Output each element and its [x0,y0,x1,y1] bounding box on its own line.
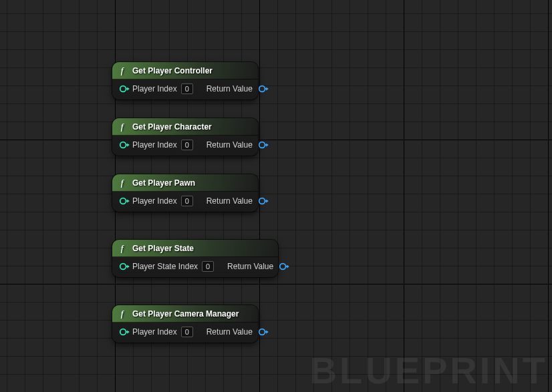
output-pin-row[interactable]: Return Value [206,84,267,93]
input-pin-row[interactable]: Player Index 0 [119,196,193,206]
svg-point-21 [120,329,126,335]
svg-point-23 [259,329,265,335]
node-header[interactable]: f Get Player State [112,240,278,257]
svg-point-16 [120,264,126,270]
node-header[interactable]: f Get Player Controller [112,62,258,79]
function-icon: f [119,244,128,253]
svg-point-8 [259,142,265,148]
svg-marker-22 [127,330,130,333]
output-pin-label: Return Value [206,140,253,150]
input-pin-row[interactable]: Player Index 0 [119,140,193,150]
output-pin-row[interactable]: Return Value [206,196,267,206]
node-title: Get Player Controller [132,66,213,75]
svg-point-11 [120,198,126,204]
input-pin-label: Player Index [132,196,177,206]
svg-text:f: f [121,309,125,319]
input-pin-value[interactable]: 0 [181,83,193,94]
output-pin-icon[interactable] [258,327,267,337]
input-pin-row[interactable]: Player State Index 0 [119,261,214,272]
node-title: Get Player State [132,244,194,253]
svg-text:f: f [121,244,125,253]
svg-marker-12 [127,199,130,202]
output-pin-row[interactable]: Return Value [206,140,267,150]
input-pin-label: Player Index [132,140,177,150]
output-pin-label: Return Value [227,262,273,271]
svg-point-6 [120,142,126,148]
input-pin-icon[interactable] [119,327,128,337]
output-pin-icon[interactable] [279,262,288,271]
svg-point-1 [120,86,126,92]
svg-point-13 [259,198,265,204]
svg-marker-2 [127,87,130,90]
svg-text:f: f [121,122,125,132]
svg-point-18 [280,264,286,270]
input-pin-icon[interactable] [119,84,128,93]
input-pin-row[interactable]: Player Index 0 [119,83,193,94]
node-header[interactable]: f Get Player Pawn [112,174,258,192]
input-pin-value[interactable]: 0 [181,327,193,337]
svg-text:f: f [121,178,125,188]
get-player-character-node[interactable]: f Get Player Character Player Index 0 Re… [112,118,258,156]
function-icon: f [119,122,128,132]
node-title: Get Player Camera Manager [132,309,239,319]
svg-marker-7 [127,143,130,146]
node-header[interactable]: f Get Player Character [112,118,258,136]
input-pin-icon[interactable] [119,140,128,150]
output-pin-icon[interactable] [258,84,267,93]
node-body: Player Index 0 Return Value [112,136,258,156]
output-pin-icon[interactable] [258,196,267,206]
output-pin-row[interactable]: Return Value [206,327,267,337]
node-body: Player Index 0 Return Value [112,192,258,212]
get-player-pawn-node[interactable]: f Get Player Pawn Player Index 0 Return … [112,174,258,212]
input-pin-value[interactable]: 0 [181,196,193,206]
node-body: Player Index 0 Return Value [112,323,258,343]
input-pin-label: Player Index [132,327,177,337]
output-pin-label: Return Value [206,196,253,206]
input-pin-icon[interactable] [119,262,128,271]
input-pin-value[interactable]: 0 [202,261,214,272]
svg-text:f: f [121,66,125,75]
node-body: Player State Index 0 Return Value [112,257,278,277]
node-body: Player Index 0 Return Value [112,79,258,100]
output-pin-label: Return Value [206,327,253,337]
input-pin-icon[interactable] [119,196,128,206]
svg-point-3 [259,86,265,92]
function-icon: f [119,309,128,319]
node-header[interactable]: f Get Player Camera Manager [112,305,258,323]
get-player-state-node[interactable]: f Get Player State Player State Index 0 … [112,240,278,277]
input-pin-row[interactable]: Player Index 0 [119,327,193,337]
output-pin-icon[interactable] [258,140,267,150]
get-player-controller-node[interactable]: f Get Player Controller Player Index 0 R… [112,62,258,100]
get-player-camera-manager-node[interactable]: f Get Player Camera Manager Player Index… [112,305,258,343]
svg-marker-17 [127,264,130,268]
input-pin-label: Player Index [132,84,177,93]
output-pin-label: Return Value [206,84,253,93]
node-title: Get Player Pawn [132,178,195,188]
input-pin-label: Player State Index [132,262,198,271]
node-title: Get Player Character [132,122,212,132]
function-icon: f [119,66,128,75]
function-icon: f [119,178,128,188]
blueprint-grid[interactable] [0,0,552,392]
input-pin-value[interactable]: 0 [181,140,193,150]
output-pin-row[interactable]: Return Value [227,262,288,271]
